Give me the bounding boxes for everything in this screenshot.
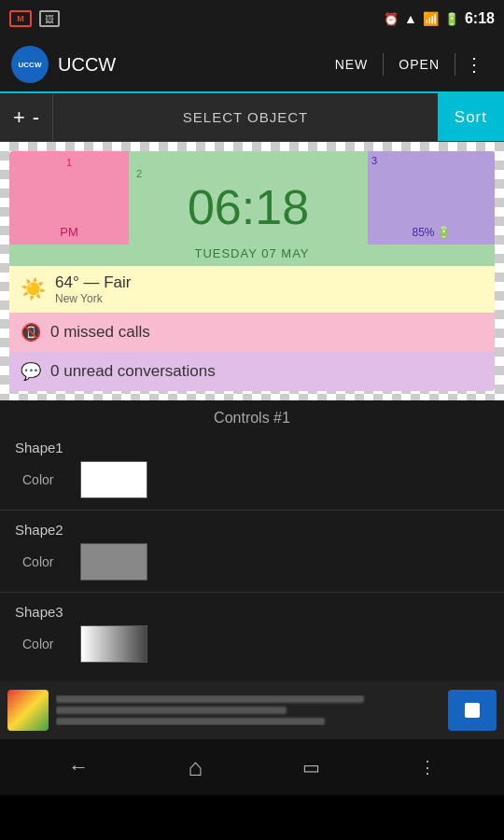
shape1-label: Shape1 <box>15 440 489 455</box>
signal-icon: 📶 <box>423 11 439 26</box>
preview-area[interactable]: 1 PM 2 06:18 3 85% 🔋 TUESDAY 07 MAY ☀️ <box>0 142 504 400</box>
controls-section: Controls #1 Shape1 Color Shape2 Color Sh… <box>0 400 504 681</box>
widget-date-row: TUESDAY 07 MAY <box>9 245 495 266</box>
shape2-divider <box>0 592 504 593</box>
gmail-icon: M <box>9 10 32 27</box>
widget-box-1: 1 PM <box>9 151 129 245</box>
select-object-button[interactable]: SELECT OBJECT <box>53 109 438 125</box>
shape3-label: Shape3 <box>15 604 489 620</box>
shape2-color-swatch[interactable] <box>80 543 147 581</box>
nav-bar: ← ⌂ ▭ ⋮ <box>0 739 504 795</box>
ad-line-3 <box>56 718 325 725</box>
messages-text: 0 unread conversations <box>50 362 216 381</box>
widget-preview: 1 PM 2 06:18 3 85% 🔋 TUESDAY 07 MAY ☀️ <box>9 151 495 391</box>
weather-icon: ☀️ <box>21 277 46 301</box>
shape3-group: Shape3 Color <box>0 604 504 663</box>
weather-info: 64° — Fair New York <box>55 273 483 305</box>
battery-display: 85% 🔋 <box>412 226 450 239</box>
shape2-group: Shape2 Color <box>0 522 504 581</box>
alarm-icon: ⏰ <box>384 12 399 26</box>
widget-time: 06:18 <box>188 183 309 231</box>
back-button[interactable]: ← <box>61 748 96 787</box>
widget-top-row: 1 PM 2 06:18 3 85% 🔋 <box>9 151 495 245</box>
calls-text: 0 missed calls <box>50 323 150 342</box>
shape2-color-label: Color <box>22 554 69 569</box>
shape1-group: Shape1 Color <box>0 440 504 498</box>
ad-content <box>56 695 441 725</box>
more-menu-button[interactable]: ⋮ <box>455 46 493 83</box>
shape1-color-swatch[interactable] <box>80 461 147 498</box>
ad-line-2 <box>56 707 287 714</box>
widget-calls-row: 📵 0 missed calls <box>9 313 495 352</box>
open-button[interactable]: OPEN <box>384 49 455 79</box>
app-title: UCCW <box>58 54 320 76</box>
shape1-color-row: Color <box>15 461 489 498</box>
status-bar-left: M 🖼 <box>9 10 60 27</box>
home-button[interactable]: ⌂ <box>180 746 210 790</box>
widget-box-3: 3 85% 🔋 <box>368 151 495 245</box>
nav-more-button[interactable]: ⋮ <box>412 749 443 785</box>
status-bar: M 🖼 ⏰ ▲ 📶 🔋 6:18 <box>0 0 504 37</box>
add-object-button[interactable]: + <box>13 105 25 130</box>
toolbar: + - SELECT OBJECT Sort <box>0 93 504 142</box>
widget-weather-row: ☀️ 64° — Fair New York <box>9 266 495 313</box>
box1-number: 1 <box>66 151 72 168</box>
shape3-color-row: Color <box>15 625 489 663</box>
shape3-color-label: Color <box>22 637 69 651</box>
app-bar-actions: NEW OPEN ⋮ <box>320 46 493 83</box>
add-remove-group: + - <box>0 93 53 141</box>
shape1-color-label: Color <box>22 472 69 487</box>
photo-icon: 🖼 <box>39 10 60 27</box>
ad-app-icon <box>7 690 49 731</box>
weather-location: New York <box>55 292 483 305</box>
messages-icon: 💬 <box>21 361 41 382</box>
app-bar: UCCW UCCW NEW OPEN ⋮ <box>0 37 504 93</box>
shape3-color-swatch[interactable] <box>80 625 147 663</box>
battery-icon-widget: 🔋 <box>437 226 451 239</box>
new-button[interactable]: NEW <box>320 49 384 79</box>
widget-messages-row: 💬 0 unread conversations <box>9 352 495 391</box>
status-time: 6:18 <box>465 10 495 27</box>
controls-title: Controls #1 <box>0 410 504 427</box>
box3-number: 3 <box>371 155 377 166</box>
calls-icon: 📵 <box>21 322 41 343</box>
wifi-icon: ▲ <box>404 11 417 26</box>
pm-label: PM <box>60 225 78 239</box>
ad-bar[interactable] <box>0 681 504 739</box>
battery-icon: 🔋 <box>444 12 459 26</box>
ad-line-1 <box>56 695 364 703</box>
box2-number: 2 <box>129 164 149 183</box>
sort-button[interactable]: Sort <box>438 93 504 141</box>
shape2-label: Shape2 <box>15 522 489 538</box>
ad-cta-icon <box>465 703 480 718</box>
shape1-divider <box>0 510 504 511</box>
shape2-color-row: Color <box>15 543 489 581</box>
app-logo: UCCW <box>11 46 49 83</box>
recents-button[interactable]: ▭ <box>295 749 328 786</box>
ad-cta-button[interactable] <box>448 690 497 731</box>
remove-object-button[interactable]: - <box>33 105 39 130</box>
widget-box-2: 2 06:18 <box>129 151 368 245</box>
weather-temp: 64° — Fair <box>55 273 483 292</box>
status-bar-right: ⏰ ▲ 📶 🔋 6:18 <box>384 10 495 27</box>
